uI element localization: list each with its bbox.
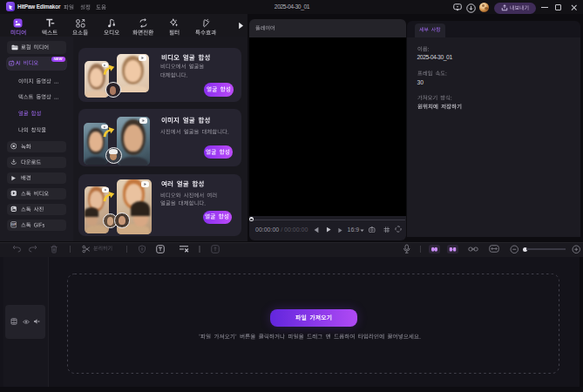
svg-text:GIF: GIF	[11, 223, 17, 226]
